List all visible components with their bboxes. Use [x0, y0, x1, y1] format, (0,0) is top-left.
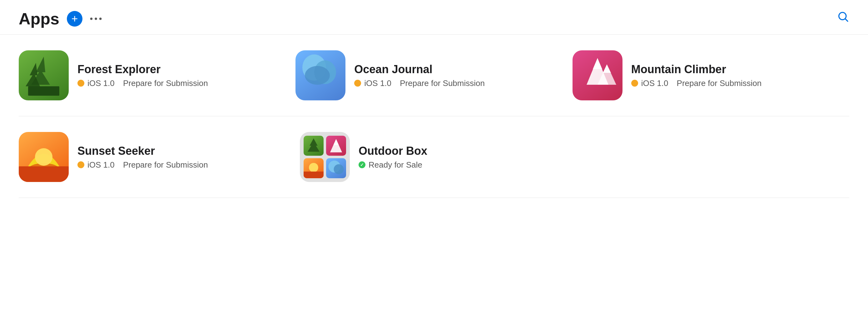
app-version-sunset-seeker: iOS 1.0 [88, 160, 115, 170]
app-icon-sunset-seeker [19, 132, 69, 182]
app-info-outdoor-box: Outdoor Box ✓ Ready for Sale [359, 144, 427, 170]
svg-point-0 [90, 18, 93, 20]
app-name-sunset-seeker: Sunset Seeker [78, 144, 208, 158]
app-name-forest-explorer: Forest Explorer [78, 63, 208, 76]
more-button[interactable] [88, 11, 104, 27]
svg-point-23 [334, 164, 344, 174]
app-info-forest-explorer: Forest Explorer iOS 1.0 Prepare for Subm… [78, 63, 208, 88]
status-indicator-outdoor-box: ✓ [359, 161, 366, 168]
checkmark-icon: ✓ [360, 163, 364, 167]
app-info-mountain-climber: Mountain Climber iOS 1.0 Prepare for Sub… [631, 63, 762, 88]
app-name-mountain-climber: Mountain Climber [631, 63, 762, 76]
search-icon [837, 10, 849, 23]
svg-point-16 [35, 148, 53, 166]
outdoor-box-sub-sunset [304, 158, 323, 178]
svg-point-1 [95, 18, 97, 20]
page-header: Apps [0, 0, 868, 35]
app-item-mountain-climber[interactable]: Mountain Climber iOS 1.0 Prepare for Sub… [572, 50, 849, 100]
status-indicator-sunset-seeker [78, 161, 84, 168]
svg-rect-15 [19, 166, 69, 182]
app-item-sunset-seeker[interactable]: Sunset Seeker iOS 1.0 Prepare for Submis… [19, 132, 300, 182]
app-item-ocean-journal[interactable]: Ocean Journal iOS 1.0 Prepare for Submis… [296, 50, 572, 100]
plus-icon [70, 15, 79, 23]
app-status-sunset-seeker: iOS 1.0 Prepare for Submission [78, 160, 208, 170]
app-status-text-forest-explorer: Prepare for Submission [123, 79, 208, 88]
app-status-ocean-journal: iOS 1.0 Prepare for Submission [354, 79, 485, 88]
svg-point-20 [309, 163, 318, 172]
app-status-text-outdoor-box: Ready for Sale [369, 160, 422, 170]
app-icon-outdoor-box [300, 132, 350, 182]
ellipsis-icon [88, 11, 104, 27]
svg-marker-13 [603, 64, 611, 73]
svg-marker-19 [333, 139, 339, 145]
app-item-forest-explorer[interactable]: Forest Explorer iOS 1.0 Prepare for Subm… [19, 50, 296, 100]
outdoor-box-sub-mountain [326, 136, 346, 156]
app-status-mountain-climber: iOS 1.0 Prepare for Submission [631, 79, 762, 88]
app-icon-mountain-climber [572, 50, 622, 100]
app-version-forest-explorer: iOS 1.0 [88, 79, 115, 88]
app-name-ocean-journal: Ocean Journal [354, 63, 485, 76]
app-version-ocean-journal: iOS 1.0 [364, 79, 391, 88]
svg-point-9 [305, 66, 330, 85]
app-item-outdoor-box[interactable]: Outdoor Box ✓ Ready for Sale [300, 132, 581, 182]
status-indicator-mountain-climber [631, 80, 638, 87]
app-info-sunset-seeker: Sunset Seeker iOS 1.0 Prepare for Submis… [78, 144, 208, 170]
app-info-ocean-journal: Ocean Journal iOS 1.0 Prepare for Submis… [354, 63, 485, 88]
app-status-outdoor-box: ✓ Ready for Sale [359, 160, 427, 170]
status-indicator-ocean-journal [354, 80, 361, 87]
apps-row-1: Forest Explorer iOS 1.0 Prepare for Subm… [19, 35, 849, 116]
app-name-outdoor-box: Outdoor Box [359, 144, 427, 158]
outdoor-box-sub-ocean [326, 158, 346, 178]
page-title: Apps [19, 9, 59, 28]
app-version-mountain-climber: iOS 1.0 [641, 79, 669, 88]
app-status-forest-explorer: iOS 1.0 Prepare for Submission [78, 79, 208, 88]
svg-rect-21 [304, 172, 323, 178]
apps-row-2: Sunset Seeker iOS 1.0 Prepare for Submis… [19, 116, 849, 198]
svg-point-2 [99, 18, 102, 20]
svg-marker-17 [308, 138, 319, 152]
add-button[interactable] [67, 11, 83, 27]
status-indicator-forest-explorer [78, 80, 84, 87]
outdoor-box-sub-forest [304, 136, 323, 156]
app-icon-forest-explorer [19, 50, 69, 100]
search-button[interactable] [837, 10, 849, 24]
svg-rect-6 [28, 86, 59, 96]
svg-marker-12 [593, 58, 602, 69]
app-status-text-sunset-seeker: Prepare for Submission [123, 160, 208, 170]
app-icon-ocean-journal [296, 50, 345, 100]
app-status-text-mountain-climber: Prepare for Submission [677, 79, 762, 88]
apps-grid: Forest Explorer iOS 1.0 Prepare for Subm… [0, 35, 868, 198]
app-status-text-ocean-journal: Prepare for Submission [400, 79, 485, 88]
